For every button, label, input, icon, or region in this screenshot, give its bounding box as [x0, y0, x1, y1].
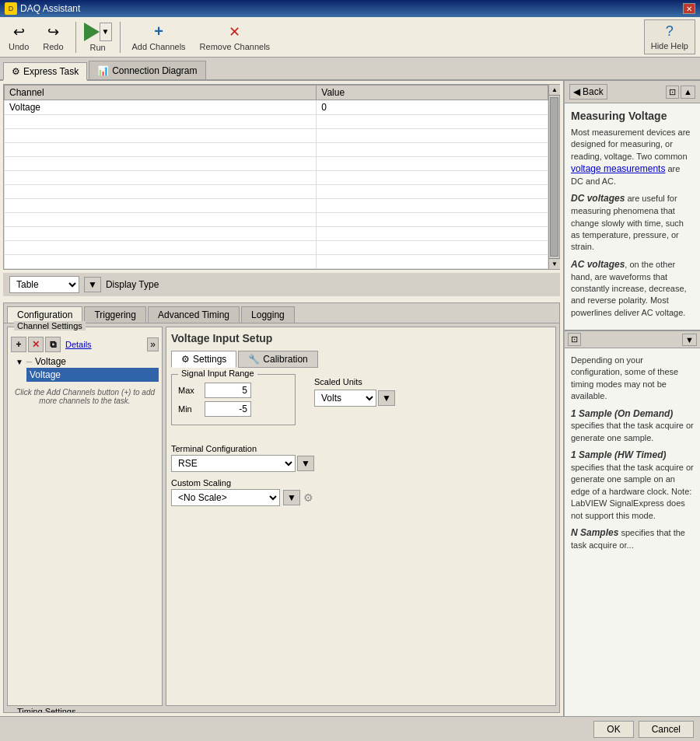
voltage-setup-title: Voltage Input Setup — [171, 332, 551, 344]
table-row — [5, 185, 548, 199]
help-restore-btn[interactable]: ⊡ — [666, 86, 679, 99]
remove-channels-icon: ✕ — [229, 23, 240, 40]
tab-logging[interactable]: Logging — [241, 306, 295, 323]
left-panel: Channel Value Voltage 0 — [0, 81, 564, 716]
table-row — [5, 157, 548, 171]
help-scroll-up-btn[interactable]: ▲ — [681, 86, 695, 99]
table-row — [5, 241, 548, 255]
data-table-container: Channel Value Voltage 0 — [3, 84, 560, 270]
bottom-bar: OK Cancel — [0, 716, 700, 741]
scroll-up-arrow[interactable]: ▲ — [549, 85, 560, 96]
min-range-row: Min — [178, 401, 289, 417]
remove-channel-btn[interactable]: ✕ — [28, 337, 44, 352]
remove-channels-button[interactable]: ✕ Remove Channels — [196, 21, 275, 54]
terminal-select-row: RSE ▼ — [171, 455, 551, 472]
tab-configuration[interactable]: Configuration — [7, 306, 82, 323]
data-table: Channel Value Voltage 0 — [4, 85, 548, 269]
help-header: ◀ Back ⊡ ▲ — [565, 81, 700, 103]
tab-advanced-timing[interactable]: Advanced Timing — [148, 306, 240, 323]
cell-channel: Voltage — [5, 100, 317, 115]
tab-connection-diagram[interactable]: 📊 Connection Diagram — [89, 61, 205, 79]
expand-arrow-icon: ▼ — [16, 358, 23, 366]
separator-2 — [120, 22, 121, 53]
custom-scaling-select[interactable]: <No Scale> — [171, 489, 280, 506]
add-channels-icon: + — [154, 23, 163, 40]
add-channels-button[interactable]: + Add Channels — [128, 20, 190, 54]
table-row — [5, 199, 548, 213]
express-task-icon: ⚙ — [12, 66, 20, 77]
help-bottom-para-1: Depending on your configuration, some of… — [571, 355, 694, 403]
table-scrollbar[interactable]: ▲ ▼ — [548, 85, 559, 269]
timing-settings-section: Timing Settings Acquisition Mode 1 Sampl… — [7, 712, 556, 713]
main-content: Channel Value Voltage 0 — [0, 81, 700, 716]
toolbar-right: ? Hide Help — [644, 19, 695, 54]
help-paragraph-1: Most measurement devices are designed fo… — [571, 127, 694, 187]
table-row — [5, 227, 548, 241]
add-channel-btn[interactable]: + — [11, 337, 26, 352]
help-expand-btn[interactable]: ▼ — [682, 334, 697, 346]
settings-tab-icon: ⚙ — [181, 354, 190, 365]
units-dropdown-btn[interactable]: ▼ — [378, 390, 395, 406]
units-select[interactable]: Volts — [314, 390, 376, 407]
channel-line-icon: ─ — [26, 358, 32, 366]
display-type-select[interactable]: Table — [9, 276, 79, 293]
settings-tab-label: Settings — [193, 354, 226, 365]
help-paragraph-3: AC voltages, on the other hand, are wave… — [571, 258, 694, 319]
redo-icon: ↪ — [47, 23, 59, 40]
terminal-dropdown-btn[interactable]: ▼ — [297, 456, 314, 471]
help-minimize-btn[interactable]: ⊡ — [568, 333, 581, 346]
hide-help-button[interactable]: ? Hide Help — [644, 19, 695, 54]
connection-diagram-icon: 📊 — [97, 65, 109, 76]
ok-button[interactable]: OK — [593, 721, 633, 738]
close-button[interactable]: ✕ — [683, 3, 695, 14]
channel-parent-label: Voltage — [35, 356, 66, 367]
undo-button[interactable]: ↩ Undo — [5, 21, 33, 54]
custom-settings-icon[interactable]: ⚙ — [303, 491, 313, 504]
channel-settings-body: + ✕ ⧉ Details » ▼ ─ Voltage — [11, 337, 159, 405]
data-table-wrapper: Channel Value Voltage 0 — [4, 85, 559, 269]
range-units-row: Signal Input Range Max Min — [171, 374, 551, 432]
display-type-dropdown[interactable]: ▼ — [84, 277, 101, 292]
terminal-select[interactable]: RSE — [171, 455, 296, 472]
redo-button[interactable]: ↪ Redo — [39, 21, 67, 54]
settings-tab[interactable]: ⚙ Settings — [171, 351, 236, 368]
remove-channels-label: Remove Channels — [200, 42, 271, 51]
tab-triggering[interactable]: Triggering — [84, 306, 146, 323]
voltage-measurements-link[interactable]: voltage measurements — [571, 163, 665, 174]
add-channels-label: Add Channels — [132, 42, 186, 51]
config-content: Channel Settings + ✕ ⧉ Details » ▼ — [4, 323, 559, 709]
expand-btn[interactable]: » — [147, 337, 159, 351]
voltage-setup-panel: Voltage Input Setup ⚙ Settings 🔧 Calibra… — [166, 327, 556, 706]
min-input[interactable] — [205, 401, 251, 417]
cell-value: 0 — [317, 100, 548, 115]
max-input[interactable] — [205, 383, 251, 398]
channel-hint: Click the Add Channels button (+) to add… — [11, 388, 159, 405]
undo-label: Undo — [9, 42, 29, 51]
tab-express-task[interactable]: ⚙ Express Task — [3, 62, 87, 81]
signal-range-group: Signal Input Range Max Min — [171, 374, 296, 425]
scroll-thumb — [550, 97, 558, 257]
run-label: Run — [89, 43, 105, 52]
app-icon: D — [5, 2, 17, 15]
table-row — [5, 255, 548, 269]
custom-select-row: <No Scale> ▼ ⚙ — [171, 489, 551, 506]
run-dropdown[interactable]: ▼ — [100, 23, 112, 41]
details-link[interactable]: Details — [65, 340, 92, 349]
main-tab-bar: ⚙ Express Task 📊 Connection Diagram — [0, 58, 700, 81]
scroll-down-arrow[interactable]: ▼ — [549, 258, 560, 269]
run-button-group[interactable]: ▼ Run — [84, 23, 112, 52]
channel-tree: ▼ ─ Voltage Voltage — [14, 355, 159, 382]
channel-child-item[interactable]: Voltage — [26, 368, 159, 382]
help-back-button[interactable]: ◀ Back — [569, 84, 607, 100]
scaled-units-label: Scaled Units — [314, 377, 395, 386]
table-row: Voltage 0 — [5, 100, 548, 115]
custom-dropdown-btn[interactable]: ▼ — [283, 490, 300, 505]
copy-channel-btn[interactable]: ⧉ — [45, 337, 61, 352]
custom-scaling-label: Custom Scaling — [171, 478, 551, 488]
help-icon: ? — [666, 23, 674, 40]
cancel-button[interactable]: Cancel — [639, 721, 694, 738]
calibration-tab[interactable]: 🔧 Calibration — [238, 351, 317, 368]
help-title: Measuring Voltage — [571, 110, 694, 122]
config-tab-bar: Configuration Triggering Advanced Timing… — [4, 303, 559, 323]
table-controls: Table ▼ Display Type — [3, 273, 560, 296]
